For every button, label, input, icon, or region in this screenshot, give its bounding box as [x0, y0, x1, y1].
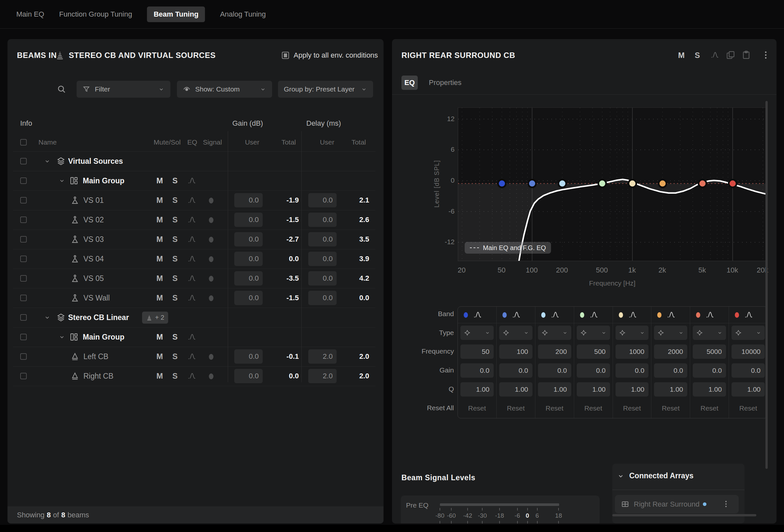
- band-q-input[interactable]: 1.00: [538, 382, 571, 396]
- band-frequency-input[interactable]: 2000: [654, 345, 687, 359]
- row-checkbox[interactable]: [20, 216, 27, 223]
- table-row[interactable]: Stereo CB Linear+ 2: [13, 308, 375, 328]
- eq-curve-icon[interactable]: [710, 50, 720, 60]
- mute-button[interactable]: M: [157, 274, 163, 283]
- band-frequency-input[interactable]: 10000: [731, 345, 765, 359]
- band-q-input[interactable]: 1.00: [693, 382, 726, 396]
- band-frequency-input[interactable]: 500: [577, 345, 610, 359]
- mute-button[interactable]: M: [157, 254, 163, 263]
- gain-user-input[interactable]: 0.0: [234, 291, 263, 305]
- mute-button[interactable]: M: [157, 293, 163, 302]
- eq-curve-icon[interactable]: [187, 234, 197, 244]
- eq-curve-icon[interactable]: [512, 310, 522, 320]
- more-arrays-badge[interactable]: + 2: [142, 312, 168, 324]
- band-header-cell[interactable]: [497, 307, 535, 323]
- band-q-input[interactable]: 1.00: [731, 382, 765, 396]
- filter-dropdown[interactable]: Filter: [77, 81, 170, 98]
- gain-user-input[interactable]: 0.0: [234, 213, 263, 227]
- tab-analog-tuning[interactable]: Analog Tuning: [220, 10, 266, 19]
- mute-button[interactable]: M: [157, 196, 163, 205]
- eq-band-handle[interactable]: [729, 180, 736, 187]
- mute-button[interactable]: M: [157, 235, 163, 244]
- paste-clipboard-icon[interactable]: [741, 50, 751, 60]
- reset-band-button[interactable]: Reset: [545, 404, 563, 412]
- group-by-dropdown[interactable]: Group by: Preset Layer: [278, 81, 373, 98]
- reset-band-button[interactable]: Reset: [507, 404, 525, 412]
- tab-beam-tuning[interactable]: Beam Tuning: [147, 6, 205, 22]
- chevron-down-icon[interactable]: [58, 177, 65, 184]
- band-header-cell[interactable]: [651, 307, 690, 323]
- table-row[interactable]: VS 02MS0.0-1.50.02.6: [13, 210, 375, 230]
- gain-user-input[interactable]: 0.0: [234, 271, 263, 286]
- solo-button[interactable]: S: [172, 352, 177, 361]
- kebab-menu-icon[interactable]: [761, 50, 771, 60]
- band-type-dropdown[interactable]: [538, 326, 571, 340]
- gain-user-input[interactable]: 0.0: [234, 349, 263, 364]
- delay-user-input[interactable]: 0.0: [308, 193, 337, 207]
- band-header-cell[interactable]: [613, 307, 651, 323]
- mute-button[interactable]: M: [157, 332, 163, 342]
- band-gain-input[interactable]: 0.0: [731, 363, 765, 378]
- show-dropdown[interactable]: Show: Custom: [177, 81, 272, 98]
- delay-user-input[interactable]: 0.0: [308, 271, 337, 286]
- apply-env-checkbox[interactable]: [282, 52, 289, 59]
- table-row[interactable]: Main GroupMS: [13, 171, 375, 191]
- eq-band-handle[interactable]: [498, 180, 506, 187]
- solo-button[interactable]: S: [172, 254, 177, 263]
- table-row[interactable]: VS 05MS0.0-3.50.04.2: [13, 269, 375, 289]
- band-type-dropdown[interactable]: [460, 326, 494, 340]
- band-gain-input[interactable]: 0.0: [538, 363, 571, 378]
- band-gain-input[interactable]: 0.0: [654, 363, 687, 378]
- table-row[interactable]: Virtual Sources: [13, 152, 375, 171]
- band-header-cell[interactable]: [535, 307, 574, 323]
- reset-band-button[interactable]: Reset: [468, 404, 486, 412]
- reset-band-button[interactable]: Reset: [662, 404, 680, 412]
- solo-button[interactable]: S: [172, 332, 177, 342]
- eq-frequency-chart[interactable]: Main EQ and F.G. EQ: [458, 108, 768, 261]
- reset-band-button[interactable]: Reset: [701, 404, 719, 412]
- eq-curve-icon[interactable]: [187, 254, 197, 264]
- mute-button[interactable]: M: [157, 352, 163, 361]
- solo-button[interactable]: S: [172, 372, 177, 381]
- eq-curve-icon[interactable]: [187, 215, 197, 225]
- eq-band-handle[interactable]: [628, 180, 636, 187]
- reset-band-button[interactable]: Reset: [623, 404, 641, 412]
- solo-button[interactable]: S: [172, 176, 177, 185]
- eq-band-handle[interactable]: [559, 180, 566, 187]
- tab-properties[interactable]: Properties: [426, 76, 464, 90]
- mute-button[interactable]: M: [678, 51, 684, 60]
- mute-button[interactable]: M: [157, 372, 163, 381]
- band-gain-input[interactable]: 0.0: [460, 363, 494, 378]
- row-checkbox[interactable]: [20, 158, 27, 165]
- eq-curve-icon[interactable]: [705, 310, 715, 320]
- delay-user-input[interactable]: 0.0: [308, 291, 337, 305]
- row-checkbox[interactable]: [20, 334, 27, 340]
- table-row[interactable]: Right CBMS0.00.02.02.0: [13, 366, 375, 386]
- band-header-cell[interactable]: [574, 307, 613, 323]
- band-gain-input[interactable]: 0.0: [499, 363, 532, 378]
- eq-band-handle[interactable]: [699, 180, 706, 187]
- row-checkbox[interactable]: [20, 197, 27, 204]
- band-type-dropdown[interactable]: [616, 326, 649, 340]
- delay-user-input[interactable]: 0.0: [308, 252, 337, 266]
- row-checkbox[interactable]: [20, 373, 27, 379]
- table-row[interactable]: VS 01MS0.0-1.90.02.1: [13, 191, 375, 210]
- delay-user-input[interactable]: 0.0: [308, 232, 337, 246]
- horizontal-scrollbar[interactable]: [612, 514, 756, 516]
- band-q-input[interactable]: 1.00: [577, 382, 610, 396]
- eq-curve-icon[interactable]: [187, 352, 197, 361]
- solo-button[interactable]: S: [172, 235, 177, 244]
- gain-user-input[interactable]: 0.0: [234, 193, 263, 207]
- search-icon[interactable]: [57, 84, 66, 94]
- solo-button[interactable]: S: [172, 196, 177, 205]
- gain-user-input[interactable]: 0.0: [234, 252, 263, 266]
- band-q-input[interactable]: 1.00: [654, 382, 687, 396]
- chevron-down-icon[interactable]: [44, 314, 51, 321]
- eq-curve-icon[interactable]: [744, 310, 754, 320]
- band-type-dropdown[interactable]: [654, 326, 687, 340]
- chevron-down-icon[interactable]: [44, 157, 51, 165]
- reset-band-button[interactable]: Reset: [584, 404, 602, 412]
- table-row[interactable]: VS 04MS0.00.00.03.9: [13, 249, 375, 269]
- band-header-cell[interactable]: [690, 307, 729, 323]
- eq-curve-icon[interactable]: [187, 371, 197, 381]
